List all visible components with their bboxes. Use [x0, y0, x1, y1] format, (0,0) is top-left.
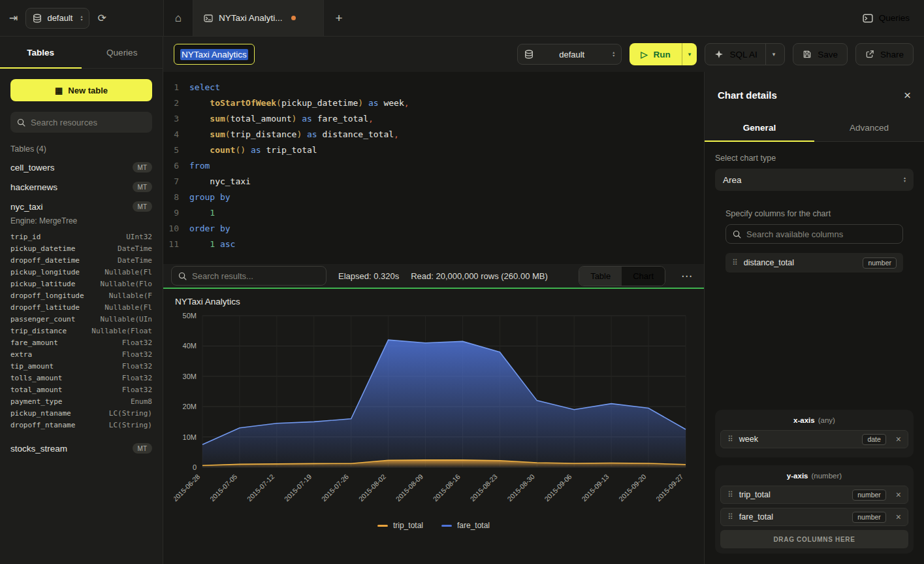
column-row: trip_idUInt32	[0, 231, 163, 242]
code-text: 1 asc	[189, 237, 235, 252]
column-row: pickup_latitudeNullable(Flo	[0, 278, 163, 290]
legend-item[interactable]: trip_total	[377, 521, 423, 530]
y-axis-items: ⠿trip_totalnumber×⠿fare_totalnumber×	[720, 486, 908, 526]
home-tab[interactable]: ⌂	[163, 0, 193, 36]
sidebar-collapse-icon[interactable]: ⇥	[9, 12, 18, 24]
more-options-icon[interactable]: ⋯	[677, 269, 696, 283]
save-button[interactable]: Save	[793, 43, 848, 65]
column-name: payment_type	[10, 397, 62, 406]
resources-search[interactable]	[10, 112, 152, 133]
table-row[interactable]: cell_towersMT	[0, 158, 163, 177]
axis-column-item[interactable]: ⠿weekdate×	[720, 430, 908, 448]
svg-text:10M: 10M	[183, 433, 197, 441]
drop-zone[interactable]: DRAG COLUMNS HERE	[720, 530, 908, 548]
sql-ai-button[interactable]: SQL AI ▾	[705, 43, 785, 65]
query-title-input[interactable]: NYTaxi Analytics	[174, 44, 255, 65]
svg-text:2015-09-27: 2015-09-27	[654, 473, 685, 503]
code-line: 1select	[163, 80, 704, 95]
code-line: 5 count() as trip_total	[163, 142, 704, 158]
column-type: Nullable(Float	[91, 327, 152, 335]
queries-icon	[863, 13, 873, 24]
svg-text:2015-09-06: 2015-09-06	[543, 473, 573, 503]
run-button[interactable]: ▷ Run ▾	[629, 43, 697, 65]
svg-text:50M: 50M	[183, 312, 197, 320]
column-name: pickup_latitude	[10, 280, 75, 288]
available-column-item[interactable]: ⠿distance_totalnumber	[725, 253, 903, 273]
close-icon[interactable]: ×	[904, 89, 911, 101]
sql-ai-caret[interactable]: ▾	[765, 44, 776, 65]
column-row: dropoff_ntanameLC(String)	[0, 419, 163, 431]
axis-column-item[interactable]: ⠿trip_totalnumber×	[720, 486, 908, 504]
drag-handle-icon[interactable]: ⠿	[732, 258, 738, 267]
table-row[interactable]: stocks_streamMT	[0, 439, 163, 458]
table-row[interactable]: hackernewsMT	[0, 177, 163, 197]
editor-database-selector[interactable]: default ▴▾	[517, 44, 622, 65]
remove-icon[interactable]: ×	[892, 512, 901, 522]
drag-handle-icon[interactable]: ⠿	[727, 512, 733, 522]
svg-text:40M: 40M	[183, 342, 197, 350]
table-engine-badge: MT	[133, 443, 152, 454]
code-text: 1	[189, 205, 215, 221]
chart-type-select[interactable]: Area ▴▾	[715, 169, 914, 191]
share-label: Share	[880, 50, 904, 59]
svg-text:2015-08-16: 2015-08-16	[431, 473, 462, 503]
sidebar-tab-queries[interactable]: Queries	[82, 37, 163, 68]
topbar-right: Queries	[863, 0, 924, 36]
panel-tabs: General Advanced	[705, 114, 924, 142]
tab-general[interactable]: General	[705, 114, 814, 141]
table-name: cell_towers	[10, 163, 55, 173]
legend-item[interactable]: fare_total	[441, 521, 490, 530]
remove-icon[interactable]: ×	[892, 490, 901, 499]
svg-text:2015-07-26: 2015-07-26	[320, 473, 351, 503]
table-engine-badge: MT	[133, 162, 152, 173]
results-search-input[interactable]	[192, 271, 319, 281]
column-type: Float32	[122, 386, 152, 394]
table-view-button[interactable]: Table	[579, 267, 622, 286]
read-stat: Read: 20,000,000 rows (260.00 MB)	[411, 271, 548, 281]
database-selector-value: default	[47, 13, 72, 23]
svg-text:2015-08-30: 2015-08-30	[505, 473, 536, 503]
column-name: total_amount	[10, 386, 62, 394]
refresh-icon[interactable]: ⟳	[97, 12, 106, 24]
column-row: passenger_countNullable(UIn	[0, 313, 163, 325]
chart-type-label: Select chart type	[715, 154, 914, 163]
columns-search-input[interactable]	[746, 229, 896, 239]
column-row: dropoff_latitudeNullable(Fl	[0, 301, 163, 313]
query-tab[interactable]: NYTaxi Analyti...	[193, 0, 324, 36]
code-lines: 1select2 toStartOfWeek(pickup_datetime) …	[163, 80, 704, 252]
drag-handle-icon[interactable]: ⠿	[727, 490, 733, 499]
share-button[interactable]: Share	[855, 43, 914, 65]
svg-text:2015-07-19: 2015-07-19	[283, 473, 313, 503]
axis-column-item[interactable]: ⠿fare_totalnumber×	[720, 508, 908, 526]
tab-advanced[interactable]: Advanced	[814, 114, 924, 141]
resources-search-input[interactable]	[31, 118, 146, 127]
run-options-caret[interactable]: ▾	[682, 43, 697, 65]
sidebar-tab-tables[interactable]: Tables	[0, 37, 82, 68]
area-chart[interactable]: 010M20M30M40M50M2015-06-282015-07-052015…	[174, 309, 693, 520]
column-name: pickup_longitude	[10, 268, 80, 276]
table-row[interactable]: nyc_taxiMT	[0, 197, 163, 216]
queries-button[interactable]: Queries	[863, 13, 910, 24]
columns-search[interactable]	[725, 224, 903, 244]
column-type: Nullable(Flo	[101, 280, 152, 288]
y-axis-card: y-axis(number) ⠿trip_totalnumber×⠿fare_t…	[715, 465, 914, 554]
svg-text:2015-09-20: 2015-09-20	[617, 473, 648, 503]
code-line: 6from	[163, 158, 704, 174]
code-text: nyc_taxi	[189, 174, 251, 190]
database-selector[interactable]: default ▴▾	[25, 8, 89, 29]
sidebar: Tables Queries ▦ New table Tables (4) ce…	[0, 37, 163, 564]
column-type: Nullable(Fl	[104, 303, 152, 312]
new-table-button[interactable]: ▦ New table	[10, 79, 152, 101]
search-icon	[733, 230, 741, 239]
column-type-badge: number	[863, 257, 897, 269]
table-engine-badge: MT	[133, 201, 152, 212]
x-axis-hint: (any)	[818, 416, 835, 424]
sql-editor[interactable]: 1select2 toStartOfWeek(pickup_datetime) …	[163, 72, 704, 264]
drag-handle-icon[interactable]: ⠿	[727, 435, 733, 444]
results-search[interactable]	[171, 266, 327, 286]
remove-icon[interactable]: ×	[892, 435, 901, 444]
svg-text:2015-06-28: 2015-06-28	[174, 473, 202, 503]
column-name: pickup_ntaname	[10, 409, 71, 418]
new-tab-button[interactable]: +	[324, 0, 354, 36]
chart-view-button[interactable]: Chart	[622, 267, 665, 286]
